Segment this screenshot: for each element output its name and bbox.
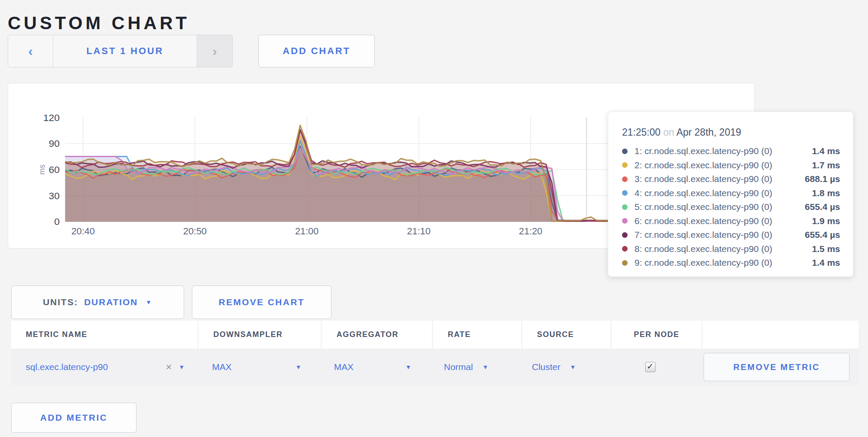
metric-caret-down-icon[interactable]: ▼: [179, 364, 185, 370]
units-label: UNITS:: [43, 297, 78, 307]
series-value: 688.1 µs: [805, 174, 840, 184]
series-value: 1.5 ms: [812, 244, 840, 254]
x-axis-tick-label: 21:10: [407, 226, 431, 237]
series-color-dot: [622, 246, 628, 252]
header-source: SOURCE: [522, 321, 610, 349]
tooltip-timestamp: 21:25:00 on Apr 28th, 2019: [622, 127, 840, 138]
chevron-left-icon: ‹: [28, 44, 33, 58]
series-name: 3: cr.node.sql.exec.latency-p90 (0): [634, 174, 805, 184]
series-name: 6: cr.node.sql.exec.latency-p90 (0): [634, 216, 812, 226]
metric-name-value[interactable]: sql.exec.latency-p90: [26, 362, 108, 372]
series-name: 9: cr.node.sql.exec.latency-p90 (0): [634, 258, 812, 268]
time-range-next-button[interactable]: ›: [197, 35, 232, 67]
series-color-dot: [622, 218, 628, 224]
time-range-label[interactable]: LAST 1 HOUR: [53, 35, 197, 67]
units-dropdown[interactable]: UNITS: DURATION ▼: [11, 285, 184, 319]
series-name: 7: cr.node.sql.exec.latency-p90 (0): [634, 230, 805, 240]
y-axis-tick-label: 0: [54, 216, 60, 227]
series-color-dot: [622, 162, 628, 168]
caret-down-icon: ▼: [295, 364, 301, 370]
checkmark-icon: ✓: [647, 361, 654, 371]
metric-row: sql.exec.latency-p90 × ▼ MAX ▼ MAX ▼ Nor…: [11, 349, 859, 385]
series-value: 1.9 ms: [812, 216, 840, 226]
header-per-node: PER NODE: [612, 321, 701, 349]
header-aggregator: AGGREGATOR: [322, 321, 432, 349]
series-value: 655.4 µs: [805, 202, 840, 212]
series-value: 655.4 µs: [805, 230, 840, 240]
tooltip-series-row: 2: cr.node.sql.exec.latency-p90 (0)1.7 m…: [621, 158, 840, 173]
aggregator-select[interactable]: MAX ▼: [319, 349, 429, 385]
tooltip-series-row: 8: cr.node.sql.exec.latency-p90 (0)1.5 m…: [621, 242, 840, 256]
y-axis-tick-label: 30: [49, 190, 59, 201]
downsampler-select[interactable]: MAX ▼: [197, 349, 319, 385]
y-axis-tick-label: 90: [49, 138, 59, 149]
tooltip-series-row: 4: cr.node.sql.exec.latency-p90 (0)1.8 m…: [621, 186, 840, 200]
units-value: DURATION: [84, 297, 138, 307]
tooltip-series-row: 7: cr.node.sql.exec.latency-p90 (0)655.4…: [621, 228, 840, 242]
tooltip-on-word: on: [663, 127, 674, 138]
series-name: 1: cr.node.sql.exec.latency-p90 (0): [634, 146, 812, 156]
rate-value: Normal: [444, 362, 473, 372]
clear-metric-icon[interactable]: ×: [166, 361, 172, 373]
aggregator-value: MAX: [334, 362, 354, 372]
remove-metric-button[interactable]: REMOVE METRIC: [704, 353, 850, 381]
time-range-selector[interactable]: ‹ LAST 1 HOUR ›: [8, 35, 233, 67]
caret-down-icon: ▼: [405, 364, 411, 370]
chevron-right-icon: ›: [212, 44, 217, 58]
series-color-dot: [622, 232, 628, 238]
tooltip-series-row: 5: cr.node.sql.exec.latency-p90 (0)655.4…: [621, 200, 840, 214]
series-color-dot: [622, 149, 628, 154]
tooltip-series-row: 9: cr.node.sql.exec.latency-p90 (0)1.4 m…: [621, 256, 840, 270]
series-color-dot: [622, 204, 628, 210]
series-color-dot: [622, 260, 628, 266]
series-value: 1.8 ms: [812, 188, 840, 198]
caret-down-icon: ▼: [570, 364, 576, 370]
series-color-dot: [622, 190, 628, 196]
series-name: 8: cr.node.sql.exec.latency-p90 (0): [634, 244, 812, 254]
page-title: CUSTOM CHART: [8, 13, 190, 33]
tooltip-time: 21:25:00: [622, 127, 661, 138]
tooltip-series-list: 1: cr.node.sql.exec.latency-p90 (0)1.4 m…: [621, 144, 840, 270]
header-rate: RATE: [433, 321, 521, 349]
x-axis-tick-label: 21:00: [295, 226, 319, 237]
x-axis-tick-label: 20:40: [71, 226, 95, 237]
source-value: Cluster: [532, 362, 561, 372]
source-select[interactable]: Cluster ▼: [517, 349, 605, 385]
y-axis-unit-label: ms: [38, 164, 46, 175]
x-axis-tick-label: 20:50: [183, 226, 207, 237]
y-axis-tick-label: 60: [49, 164, 59, 175]
tooltip-date-text: Apr 28th, 2019: [677, 127, 741, 138]
remove-chart-button[interactable]: REMOVE CHART: [192, 285, 331, 319]
series-name: 5: cr.node.sql.exec.latency-p90 (0): [634, 202, 805, 212]
per-node-checkbox[interactable]: ✓: [645, 362, 656, 372]
downsampler-value: MAX: [212, 362, 232, 372]
y-axis-tick-label: 120: [43, 112, 60, 123]
series-color-dot: [622, 176, 628, 182]
add-metric-button[interactable]: ADD METRIC: [11, 403, 137, 433]
header-metric-name: METRIC NAME: [11, 321, 197, 349]
header-downsampler: DOWNSAMPLER: [199, 321, 321, 349]
chart-tooltip: 21:25:00 on Apr 28th, 2019 1: cr.node.sq…: [608, 112, 853, 277]
series-value: 1.7 ms: [812, 160, 840, 170]
metrics-table-header: METRIC NAME DOWNSAMPLER AGGREGATOR RATE …: [11, 321, 859, 349]
series-name: 4: cr.node.sql.exec.latency-p90 (0): [634, 188, 812, 198]
series-name: 2: cr.node.sql.exec.latency-p90 (0): [634, 160, 812, 170]
x-axis-tick-label: 21:20: [519, 226, 543, 237]
caret-down-icon: ▼: [146, 299, 152, 305]
tooltip-series-row: 1: cr.node.sql.exec.latency-p90 (0)1.4 m…: [621, 144, 840, 158]
time-range-prev-button[interactable]: ‹: [8, 35, 53, 67]
rate-select[interactable]: Normal ▼: [429, 349, 517, 385]
caret-down-icon: ▼: [483, 364, 489, 370]
header-actions: [703, 321, 859, 349]
tooltip-series-row: 6: cr.node.sql.exec.latency-p90 (0)1.9 m…: [621, 214, 840, 228]
series-value: 1.4 ms: [812, 258, 840, 268]
add-chart-button[interactable]: ADD CHART: [258, 35, 375, 67]
tooltip-series-row: 3: cr.node.sql.exec.latency-p90 (0)688.1…: [621, 172, 840, 186]
series-value: 1.4 ms: [812, 146, 840, 156]
